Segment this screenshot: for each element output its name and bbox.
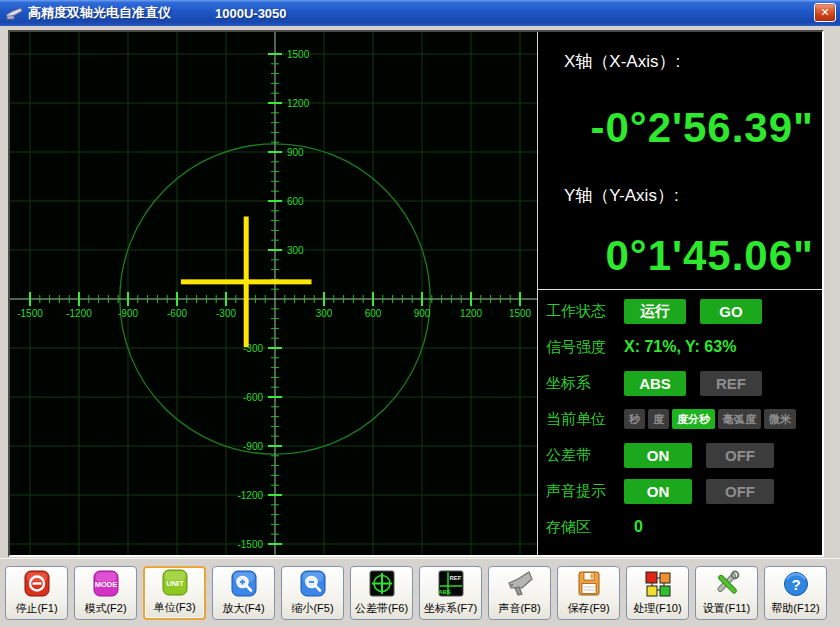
work-status-label: 工作状态 <box>546 302 624 321</box>
abs-button[interactable]: ABS <box>624 371 686 396</box>
toolbar-button-label: 处理(F10) <box>633 601 681 616</box>
process-icon <box>643 569 673 599</box>
tolerance-band-label: 公差带 <box>546 446 624 465</box>
sound-icon <box>505 569 535 599</box>
toolbar-button-label: 缩小(F5) <box>291 601 333 616</box>
x-axis-value: -0°2'56.39" <box>590 104 814 152</box>
y-tick-label: 600 <box>287 196 304 207</box>
toolbar-button-公差带-F6-[interactable]: 公差带(F6) <box>350 566 413 620</box>
y-axis-label: Y轴（Y-Axis）: <box>564 184 679 207</box>
toolbar-button-设置-F11-[interactable]: 设置(F11) <box>695 566 758 620</box>
app-icon <box>5 6 23 21</box>
svg-text:ABS: ABS <box>438 589 451 595</box>
toolbar-button-label: 帮助(F12) <box>771 601 819 616</box>
display-area: -1500-1500-1200-1200-900-900-600-600-300… <box>8 30 824 557</box>
toolbar-button-模式-F2-[interactable]: MODE模式(F2) <box>74 566 137 620</box>
coordinate-system-label: 坐标系 <box>546 374 624 393</box>
readout-panel: X轴（X-Axis）: -0°2'56.39" Y轴（Y-Axis）: 0°1'… <box>538 32 822 555</box>
toolbar-button-坐标系-F7-[interactable]: REFABS坐标系(F7) <box>419 566 482 620</box>
tolerance-band-row: 公差带 ON OFF <box>538 437 822 473</box>
close-button[interactable]: ✕ <box>814 3 836 22</box>
x-axis-label: X轴（X-Axis）: <box>564 50 680 73</box>
tolerance-on-button[interactable]: ON <box>624 443 692 468</box>
current-unit-label: 当前单位 <box>546 410 624 429</box>
toolbar-button-label: 单位(F3) <box>153 600 195 615</box>
y-tick-label: -900 <box>243 441 263 452</box>
x-tick-label: 300 <box>316 308 333 319</box>
y-tick-label: -600 <box>243 392 263 403</box>
y-axis-value: 0°1'45.06" <box>605 232 814 280</box>
y-tick-label: -1200 <box>237 490 263 501</box>
go-button[interactable]: GO <box>700 299 762 324</box>
toolbar-button-label: 放大(F4) <box>222 601 264 616</box>
sound-on-button[interactable]: ON <box>624 479 692 504</box>
signal-strength-value: X: 71%, Y: 63% <box>624 338 736 356</box>
unit-option-button[interactable]: 度 <box>648 409 669 429</box>
stop-icon <box>22 569 52 599</box>
title-bar: 高精度双轴光电自准直仪 1000U-3050 ✕ <box>0 0 840 26</box>
current-unit-row: 当前单位 秒度度分秒毫弧度微米 <box>538 401 822 437</box>
measurement-crosshair-vertical <box>244 217 249 348</box>
y-tick-label: 900 <box>287 147 304 158</box>
unit-option-button[interactable]: 秒 <box>624 409 645 429</box>
window-title: 高精度双轴光电自准直仪 <box>28 4 171 22</box>
toolbar-button-label: 坐标系(F7) <box>424 601 477 616</box>
toolbar-button-保存-F9-[interactable]: 保存(F9) <box>557 566 620 620</box>
tolerance-off-button[interactable]: OFF <box>706 443 774 468</box>
storage-area-value: 0 <box>634 518 643 536</box>
scope-plot: -1500-1500-1200-1200-900-900-600-600-300… <box>10 32 537 555</box>
svg-text:REF: REF <box>449 575 461 581</box>
signal-strength-row: 信号强度 X: 71%, Y: 63% <box>538 329 822 365</box>
y-tick-label: 300 <box>287 245 304 256</box>
toolbar-button-label: 停止(F1) <box>15 601 57 616</box>
unit-option-button[interactable]: 毫弧度 <box>718 409 761 429</box>
svg-text:MODE: MODE <box>94 580 117 589</box>
x-tick-label: 900 <box>414 308 431 319</box>
help-icon: ? <box>781 569 811 599</box>
run-button[interactable]: 运行 <box>624 299 686 324</box>
svg-text:?: ? <box>791 576 800 593</box>
toolbar-button-处理-F10-[interactable]: 处理(F10) <box>626 566 689 620</box>
zoom-in-icon <box>229 569 259 599</box>
save-icon <box>574 569 604 599</box>
scope-display: -1500-1500-1200-1200-900-900-600-600-300… <box>10 32 538 555</box>
sound-off-button[interactable]: OFF <box>706 479 774 504</box>
storage-area-row: 存储区 0 <box>538 509 822 545</box>
app-window: 高精度双轴光电自准直仪 1000U-3050 ✕ -1500-1500-1200… <box>0 0 840 627</box>
coordinate-system-row: 坐标系 ABS REF <box>538 365 822 401</box>
y-tick-label: -1500 <box>237 539 263 550</box>
unit-option-button[interactable]: 微米 <box>764 409 796 429</box>
toolbar-button-单位-F3-[interactable]: UNIT单位(F3) <box>143 566 206 620</box>
settings-icon <box>712 569 742 599</box>
storage-area-label: 存储区 <box>546 518 624 537</box>
toolbar-button-label: 公差带(F6) <box>355 601 408 616</box>
coordinate-icon: REFABS <box>436 569 466 599</box>
model-number: 1000U-3050 <box>215 6 287 21</box>
unit-option-button[interactable]: 度分秒 <box>672 409 715 429</box>
x-tick-label: 600 <box>365 308 382 319</box>
toolbar-button-缩小-F5-[interactable]: 缩小(F5) <box>281 566 344 620</box>
toolbar-button-放大-F4-[interactable]: 放大(F4) <box>212 566 275 620</box>
mode-icon: MODE <box>91 569 121 599</box>
toolbar-button-label: 模式(F2) <box>84 601 126 616</box>
zoom-out-icon <box>298 569 328 599</box>
x-tick-label: -1500 <box>17 308 43 319</box>
sound-prompt-row: 声音提示 ON OFF <box>538 473 822 509</box>
signal-strength-label: 信号强度 <box>546 338 624 357</box>
svg-text:UNIT: UNIT <box>166 579 184 588</box>
toolbar-button-label: 声音(F8) <box>498 601 540 616</box>
x-tick-label: -300 <box>216 308 236 319</box>
x-tick-label: -900 <box>118 308 138 319</box>
toolbar-button-停止-F1-[interactable]: 停止(F1) <box>5 566 68 620</box>
unit-options: 秒度度分秒毫弧度微米 <box>624 409 796 429</box>
ref-button[interactable]: REF <box>700 371 762 396</box>
toolbar-button-帮助-F12-[interactable]: ?帮助(F12) <box>764 566 827 620</box>
x-tick-label: 1200 <box>460 308 483 319</box>
panel-separator <box>538 289 822 290</box>
x-tick-label: -1200 <box>66 308 92 319</box>
status-rows: 工作状态 运行 GO 信号强度 X: 71%, Y: 63% 坐标系 ABS R… <box>538 293 822 545</box>
sound-prompt-label: 声音提示 <box>546 482 624 501</box>
unit-icon: UNIT <box>160 568 190 598</box>
toolbar-button-声音-F8-[interactable]: 声音(F8) <box>488 566 551 620</box>
x-tick-label: 1500 <box>509 308 532 319</box>
